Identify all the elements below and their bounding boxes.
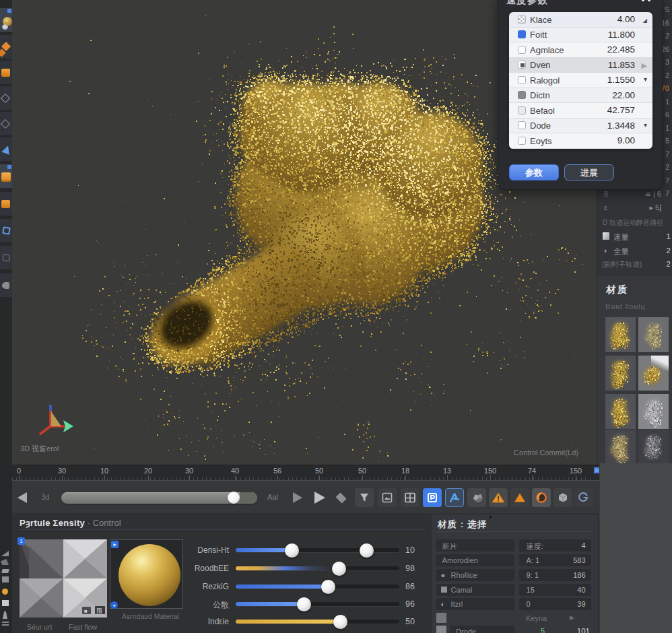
svg-text:囤: 囤 [96, 607, 102, 614]
svg-text:■: ■ [84, 608, 88, 614]
